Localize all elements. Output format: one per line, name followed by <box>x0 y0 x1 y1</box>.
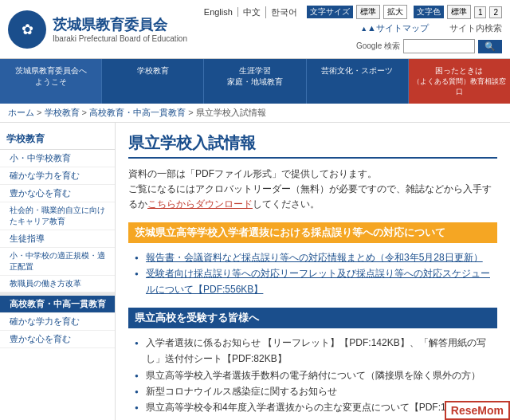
font-size-controls: 文字サイズ 標準 拡大 文字色 標準 1 2 <box>307 5 502 19</box>
nav-school-label: 学校教育 <box>105 65 200 77</box>
color-standard-button[interactable]: 標準 <box>447 5 471 19</box>
resemom-badge: ReseMom <box>445 401 510 420</box>
content-area: 学校教育 小・中学校教育 確かな学力を育む 豊かな心を育む 社会的・職業的自立に… <box>0 123 510 420</box>
nav-welcome-line2: ようこそ <box>3 77 98 88</box>
main-navigation: 茨城県教育委員会へ ようこそ 学校教育 生涯学習 家庭・地域教育 芸術文化・スポ… <box>0 59 510 104</box>
logo-area: ✿ 茨城県教育委員会 Ibaraki Prefectural Board of … <box>8 10 187 49</box>
section2-list: 入学者選抜に係るお知らせ 【リーフレット】【PDF:142KB】、「解答用紙の写… <box>128 335 497 416</box>
header-right: English 中文 한국어 文字サイズ 標準 拡大 文字色 標準 1 2 ▲サ… <box>204 5 502 53</box>
header-top: ✿ 茨城県教育委員会 Ibaraki Prefectural Board of … <box>0 0 510 58</box>
font-standard-button[interactable]: 標準 <box>356 5 380 19</box>
sidebar-item-career[interactable]: 社会的・職業的自立に向けたキャリア教育 <box>0 202 115 230</box>
section2-item1: 入学者選抜に係るお知らせ 【リーフレット】【PDF:142KB】、「解答用紙の写… <box>146 337 486 364</box>
section2-item3: 新型コロナウイルス感染症に関するお知らせ <box>146 386 337 397</box>
intro-para2: ご覧になるにはアクロバットリーダー（無料）が必要ですので、雑誌などから入手するか… <box>128 182 497 212</box>
sitemap-link[interactable]: ▲サイトマップ <box>360 22 429 34</box>
lang-chinese[interactable]: 中文 <box>243 6 266 18</box>
list-item: 県立高等学校令和4年度入学者選抜からの主な変更点について【PDF:143KB】 <box>135 399 497 415</box>
lang-korean[interactable]: 한국어 <box>271 6 302 18</box>
section1-list: 報告書・会議資料など採点誤り等への対応情報まとめ（令和3年5月28日更新） 受験… <box>128 249 497 298</box>
list-item: 受験者向け採点誤り等への対応リーフレット及び採点誤り等への対応スケジュールについ… <box>135 265 497 298</box>
font-large-button[interactable]: 拡大 <box>383 5 407 19</box>
font-size-label: 文字サイズ <box>307 6 353 18</box>
logo-icon: ✿ <box>8 10 46 49</box>
logo-text: 茨城県教育委員会 Ibaraki Prefectural Board of Ed… <box>53 15 187 43</box>
nav-welcome[interactable]: 茨城県教育委員会へ ようこそ <box>0 59 102 104</box>
lang-english[interactable]: English <box>204 7 238 17</box>
section2-heading: 県立高校を受験する皆様へ <box>128 308 497 328</box>
nav-arts[interactable]: 芸術文化・スポーツ <box>307 59 409 104</box>
nav-help[interactable]: 困ったときは （よくある質問）教育相談窓口 <box>409 59 510 104</box>
sitemap-row: ▲サイトマップ サイト内検索 <box>360 22 502 34</box>
section2-item2: 県立高等学校入学者選抜手数料の電子納付について（隣接県を除く県外の方） <box>146 370 481 381</box>
color-btn-2[interactable]: 2 <box>489 6 502 18</box>
color-btn-1[interactable]: 1 <box>474 6 487 18</box>
search-input[interactable] <box>403 39 475 53</box>
site-title: 茨城県教育委員会 <box>53 15 187 34</box>
list-item: 入学者選抜に係るお知らせ 【リーフレット】【PDF:142KB】、「解答用紙の写… <box>135 335 497 367</box>
sidebar-section-title: 学校教育 <box>0 129 115 150</box>
search-button[interactable]: 🔍 <box>478 40 502 53</box>
section1-link1[interactable]: 報告書・会議資料など採点誤り等への対応情報まとめ（令和3年5月28日更新） <box>146 252 483 263</box>
breadcrumb-home[interactable]: ホーム <box>8 108 34 117</box>
breadcrumb-school[interactable]: 学校教育 <box>45 108 80 117</box>
breadcrumb: ホーム > 学校教育 > 高校教育・中高一貫教育 > 県立学校入試情報 <box>0 104 510 123</box>
sidebar-item-heart2[interactable]: 豊かな心を育む <box>0 331 115 348</box>
sidebar-item-placement[interactable]: 小・中学校の適正規模・適正配置 <box>0 248 115 276</box>
sidebar-item-guidance[interactable]: 生徒指導 <box>0 230 115 248</box>
main-content: 県立学校入試情報 資料の一部は「PDFファイル形式」で提供しております。 ご覧に… <box>116 123 510 420</box>
section2-item4: 県立高等学校令和4年度入学者選抜からの主な変更点について【PDF:143KB】 <box>146 402 479 413</box>
section1-heading: 茨城県立高等学校入学者選抜における採点誤り等への対応について <box>128 222 497 243</box>
google-label: Google 検索 <box>356 41 400 52</box>
language-bar: English 中文 한국어 文字サイズ 標準 拡大 文字色 標準 1 2 <box>204 5 502 19</box>
sidebar-item-elementary[interactable]: 小・中学校教育 <box>0 150 115 167</box>
logo-symbol: ✿ <box>22 21 33 38</box>
breadcrumb-current: 県立学校入試情報 <box>196 108 266 117</box>
list-item: 県立高等学校入学者選抜手数料の電子納付について（隣接県を除く県外の方） <box>135 367 497 383</box>
sidebar-item-heart1[interactable]: 豊かな心を育む <box>0 185 115 202</box>
site-search-label: サイト内検索 <box>449 22 502 34</box>
download-link[interactable]: こちらからダウンロード <box>147 198 253 210</box>
nav-lifelong-line2: 家庭・地域教育 <box>207 77 302 88</box>
nav-lifelong[interactable]: 生涯学習 家庭・地域教育 <box>204 59 306 104</box>
site-header: ✿ 茨城県教育委員会 Ibaraki Prefectural Board of … <box>0 0 510 59</box>
sidebar-item-ability1[interactable]: 確かな学力を育む <box>0 167 115 185</box>
intro-text: 資料の一部は「PDFファイル形式」で提供しております。 ご覧になるにはアクロバッ… <box>128 167 497 213</box>
nav-lifelong-line1: 生涯学習 <box>207 65 302 77</box>
nav-arts-label: 芸術文化・スポーツ <box>310 65 405 77</box>
nav-help-line1: 困ったときは <box>412 65 507 77</box>
nav-welcome-line1: 茨城県教育委員会へ <box>3 65 98 77</box>
nav-school[interactable]: 学校教育 <box>102 59 204 104</box>
page-title: 県立学校入試情報 <box>128 132 497 159</box>
sidebar-item-workstyle[interactable]: 教職員の働き方改革 <box>0 276 115 292</box>
sidebar-item-highschool[interactable]: 高校教育・中高一貫教育 <box>0 296 115 313</box>
nav-help-line2: （よくある質問）教育相談窓口 <box>412 77 507 97</box>
section1-link2[interactable]: 受験者向け採点誤り等への対応リーフレット及び採点誤り等への対応スケジュールについ… <box>146 268 490 295</box>
sidebar: 学校教育 小・中学校教育 確かな学力を育む 豊かな心を育む 社会的・職業的自立に… <box>0 123 116 420</box>
list-item: 報告書・会議資料など採点誤り等への対応情報まとめ（令和3年5月28日更新） <box>135 249 497 265</box>
intro-para1: 資料の一部は「PDFファイル形式」で提供しております。 <box>128 167 497 182</box>
site-subtitle: Ibaraki Prefectural Board of Education <box>53 34 187 43</box>
color-label: 文字色 <box>414 6 444 18</box>
breadcrumb-highschool[interactable]: 高校教育・中高一貫教育 <box>89 108 186 117</box>
sidebar-item-ability2[interactable]: 確かな学力を育む <box>0 313 115 331</box>
list-item: 新型コロナウイルス感染症に関するお知らせ <box>135 383 497 399</box>
search-row: Google 検索 🔍 <box>356 39 502 53</box>
